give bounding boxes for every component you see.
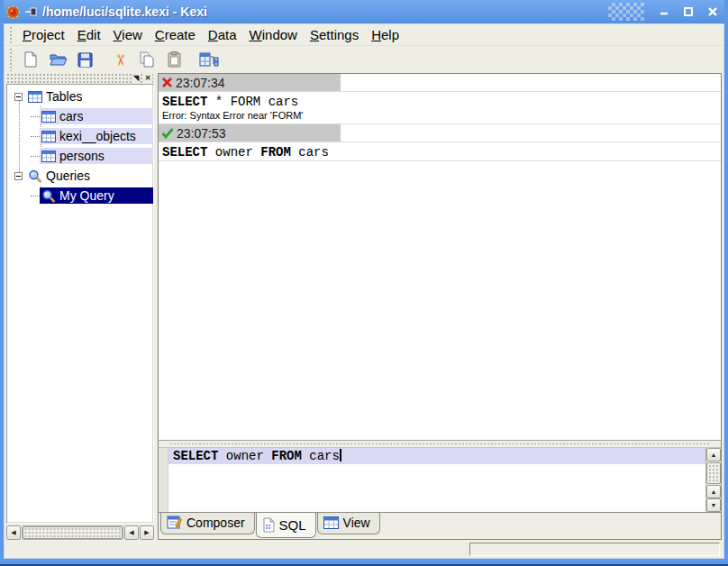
tab-composer[interactable]: Composer: [160, 513, 255, 534]
splitter-handle[interactable]: [159, 441, 721, 447]
titlebar-decoration: [608, 3, 644, 21]
maximize-button[interactable]: [678, 3, 698, 21]
success-icon: [161, 127, 174, 139]
toolbar-handle[interactable]: [9, 48, 14, 71]
scroll-left-icon[interactable]: ◀: [6, 525, 21, 540]
tree-item-tables[interactable]: Tables: [7, 87, 153, 106]
save-button[interactable]: [72, 48, 97, 71]
scroll-right-icon[interactable]: ▶: [140, 525, 154, 540]
editor-gutter: [159, 448, 168, 512]
dock-restore-icon[interactable]: ◥: [132, 74, 141, 83]
history-entry-body[interactable]: SELECT * FORM cars Error: Syntax Error n…: [159, 92, 721, 124]
paste-icon: [166, 50, 183, 68]
collapse-icon[interactable]: [14, 93, 23, 101]
history-timestamp: 23:07:34: [176, 76, 225, 90]
scroll-up-icon[interactable]: ▲: [706, 448, 721, 461]
error-icon: [161, 77, 173, 88]
dock-close-icon[interactable]: ✕: [143, 74, 152, 83]
tree-item-persons[interactable]: persons: [7, 146, 153, 166]
new-document-icon: [22, 50, 40, 68]
history-sql-statement: SELECT owner FROM cars: [159, 142, 721, 160]
menubar-handle[interactable]: [9, 26, 14, 43]
editor-vertical-scrollbar[interactable]: ▲ ▲ ▼: [705, 448, 721, 512]
scrollbar-thumb[interactable]: [706, 462, 721, 484]
menu-view[interactable]: View: [107, 25, 149, 44]
sidebar-horizontal-scrollbar[interactable]: ◀ ◀ ▶: [6, 525, 154, 540]
scrollbar-track[interactable]: [22, 525, 123, 540]
scroll-left-icon[interactable]: ◀: [124, 525, 139, 540]
status-panel: [469, 543, 720, 556]
tree-connector: [31, 196, 40, 196]
history-timestamp: 23:07:53: [177, 126, 226, 141]
magnifier-icon: [41, 189, 56, 203]
tree-label: cars: [59, 109, 83, 123]
table-icon: [41, 111, 56, 123]
menu-edit[interactable]: Edit: [71, 25, 107, 44]
tree-connector: [31, 156, 40, 157]
tree-item-cars[interactable]: cars: [7, 106, 153, 126]
dock-header[interactable]: ◥ ✕: [6, 73, 154, 84]
minimize-button[interactable]: [654, 3, 674, 21]
project-navigator-icon: [199, 50, 219, 68]
table-icon: [41, 151, 56, 162]
history-entry-body[interactable]: SELECT owner FROM cars: [159, 142, 721, 161]
history-sql-statement: SELECT * FORM cars: [159, 92, 721, 110]
view-mode-tabbar: Composer SQL: [159, 512, 721, 539]
project-navigator-pane: ◥ ✕: [6, 73, 154, 540]
collapse-icon[interactable]: [14, 172, 23, 180]
pin-icon[interactable]: [25, 6, 38, 17]
kexi-window: /home/luci/sqlite.kexi - Kexi Project Ed…: [0, 0, 728, 566]
editor-text-area[interactable]: SELECT owner FROM cars: [168, 448, 705, 512]
editor-current-line[interactable]: SELECT owner FROM cars: [168, 448, 705, 464]
menubar: Project Edit View Create Data Window Set…: [5, 24, 723, 46]
app-icon: [5, 5, 21, 20]
menu-window[interactable]: Window: [243, 25, 304, 44]
object-tree: Tables ca: [6, 84, 154, 524]
table-view-icon: [323, 516, 339, 529]
sql-editor[interactable]: SELECT owner FROM cars ▲ ▲ ▼: [159, 447, 721, 512]
sql-history-list: 23:07:34 SELECT * FORM cars Error: Synta…: [159, 74, 721, 441]
window-title: /home/luci/sqlite.kexi - Kexi: [42, 5, 207, 19]
paste-button[interactable]: [161, 48, 187, 71]
tab-sql[interactable]: SQL: [256, 513, 316, 538]
tree-label: Tables: [46, 89, 82, 104]
toolbar: ✂: [5, 46, 723, 73]
menu-data[interactable]: Data: [202, 25, 243, 44]
history-error-message: Error: Syntax Error near 'FORM': [159, 110, 721, 123]
tree-connector: [31, 136, 40, 137]
menu-project[interactable]: Project: [16, 25, 71, 44]
open-folder-icon: [49, 50, 68, 68]
new-document-button[interactable]: [18, 48, 43, 71]
tree-item-queries[interactable]: Queries: [7, 166, 153, 186]
history-entry-header[interactable]: 23:07:53: [159, 124, 721, 142]
workspace: ◥ ✕: [5, 73, 723, 540]
open-button[interactable]: [45, 48, 70, 71]
tree-label: My Query: [59, 188, 114, 203]
scroll-down-icon[interactable]: ▼: [706, 498, 721, 512]
query-window: 23:07:34 SELECT * FORM cars Error: Synta…: [158, 73, 722, 540]
tab-label: View: [343, 516, 370, 530]
titlebar[interactable]: /home/luci/sqlite.kexi - Kexi: [4, 0, 724, 23]
scrollbar-thumb[interactable]: [23, 526, 123, 539]
text-cursor: [340, 449, 341, 461]
menu-help[interactable]: Help: [365, 25, 405, 44]
table-icon: [41, 131, 56, 142]
scroll-up-icon[interactable]: ▲: [706, 485, 721, 498]
app-frame: Project Edit View Create Data Window Set…: [4, 23, 724, 559]
splitter-grip: [169, 443, 709, 445]
save-icon: [77, 51, 94, 68]
tree-connector: [31, 116, 40, 117]
table-icon: [28, 91, 42, 103]
cut-button[interactable]: ✂: [107, 48, 132, 71]
history-entry-header[interactable]: 23:07:34: [159, 74, 721, 92]
close-button[interactable]: [703, 3, 723, 21]
composer-icon: [167, 516, 182, 530]
project-navigator-button[interactable]: [196, 48, 222, 71]
tree-item-kexi-objects[interactable]: kexi__objects: [7, 126, 153, 146]
tab-view[interactable]: View: [317, 513, 380, 534]
tree-item-my-query[interactable]: My Query: [7, 186, 153, 205]
menu-settings[interactable]: Settings: [304, 25, 365, 44]
menu-create[interactable]: Create: [149, 25, 202, 44]
tab-label: SQL: [279, 517, 306, 533]
copy-button[interactable]: [134, 48, 159, 71]
